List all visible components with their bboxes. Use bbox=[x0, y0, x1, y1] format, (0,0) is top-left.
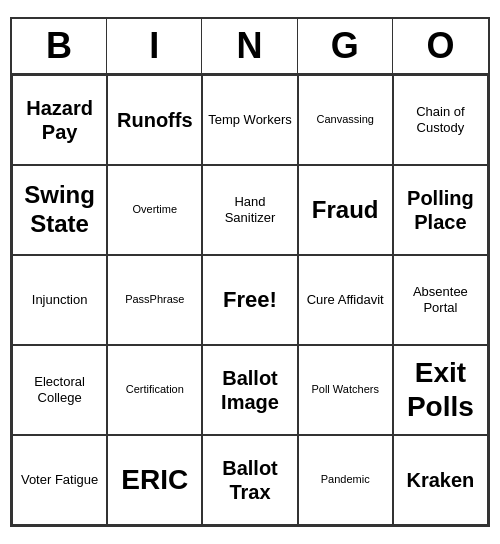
cell-text: Polling Place bbox=[398, 186, 483, 234]
bingo-cell: Overtime bbox=[107, 165, 202, 255]
bingo-grid: Hazard PayRunoffsTemp WorkersCanvassingC… bbox=[12, 75, 488, 525]
bingo-cell: Ballot Image bbox=[202, 345, 297, 435]
cell-text: Pandemic bbox=[321, 473, 370, 486]
cell-text: Poll Watchers bbox=[311, 383, 378, 396]
cell-text: Voter Fatigue bbox=[21, 472, 98, 488]
bingo-header: BINGO bbox=[12, 19, 488, 75]
bingo-cell: Hand Sanitizer bbox=[202, 165, 297, 255]
bingo-cell: PassPhrase bbox=[107, 255, 202, 345]
cell-text: PassPhrase bbox=[125, 293, 184, 306]
bingo-cell: Cure Affidavit bbox=[298, 255, 393, 345]
bingo-cell: Injunction bbox=[12, 255, 107, 345]
cell-text: Absentee Portal bbox=[398, 284, 483, 315]
cell-text: ERIC bbox=[121, 463, 188, 497]
bingo-cell: Hazard Pay bbox=[12, 75, 107, 165]
bingo-cell: Runoffs bbox=[107, 75, 202, 165]
cell-text: Hazard Pay bbox=[17, 96, 102, 144]
cell-text: Fraud bbox=[312, 196, 379, 225]
cell-text: Hand Sanitizer bbox=[207, 194, 292, 225]
cell-text: Chain of Custody bbox=[398, 104, 483, 135]
bingo-cell: Kraken bbox=[393, 435, 488, 525]
bingo-letter: N bbox=[202, 19, 297, 73]
cell-text: Overtime bbox=[132, 203, 177, 216]
cell-text: Certification bbox=[126, 383, 184, 396]
bingo-cell: Poll Watchers bbox=[298, 345, 393, 435]
bingo-cell: Electoral College bbox=[12, 345, 107, 435]
cell-text: Canvassing bbox=[316, 113, 373, 126]
bingo-cell: Pandemic bbox=[298, 435, 393, 525]
bingo-cell: Free! bbox=[202, 255, 297, 345]
cell-text: Electoral College bbox=[17, 374, 102, 405]
bingo-card: BINGO Hazard PayRunoffsTemp WorkersCanva… bbox=[10, 17, 490, 527]
cell-text: Runoffs bbox=[117, 108, 193, 132]
cell-text: Kraken bbox=[406, 468, 474, 492]
bingo-letter: G bbox=[298, 19, 393, 73]
bingo-cell: Exit Polls bbox=[393, 345, 488, 435]
cell-text: Swing State bbox=[17, 181, 102, 239]
bingo-cell: Voter Fatigue bbox=[12, 435, 107, 525]
cell-text: Ballot Trax bbox=[207, 456, 292, 504]
bingo-letter: B bbox=[12, 19, 107, 73]
bingo-cell: Absentee Portal bbox=[393, 255, 488, 345]
cell-text: Cure Affidavit bbox=[307, 292, 384, 308]
bingo-cell: Canvassing bbox=[298, 75, 393, 165]
bingo-cell: Fraud bbox=[298, 165, 393, 255]
bingo-cell: Ballot Trax bbox=[202, 435, 297, 525]
cell-text: Free! bbox=[223, 287, 277, 313]
bingo-cell: Chain of Custody bbox=[393, 75, 488, 165]
bingo-cell: ERIC bbox=[107, 435, 202, 525]
cell-text: Temp Workers bbox=[208, 112, 292, 128]
bingo-cell: Certification bbox=[107, 345, 202, 435]
cell-text: Ballot Image bbox=[207, 366, 292, 414]
bingo-cell: Swing State bbox=[12, 165, 107, 255]
bingo-cell: Polling Place bbox=[393, 165, 488, 255]
bingo-letter: I bbox=[107, 19, 202, 73]
bingo-cell: Temp Workers bbox=[202, 75, 297, 165]
cell-text: Injunction bbox=[32, 292, 88, 308]
cell-text: Exit Polls bbox=[398, 356, 483, 423]
bingo-letter: O bbox=[393, 19, 488, 73]
